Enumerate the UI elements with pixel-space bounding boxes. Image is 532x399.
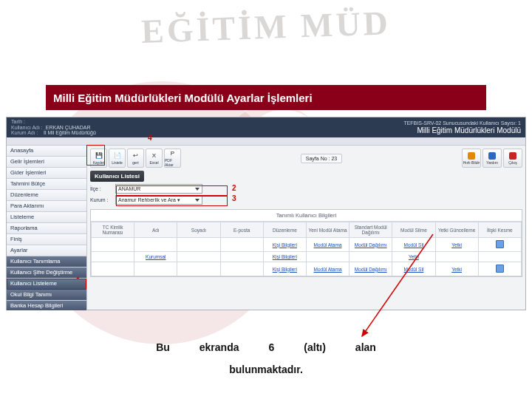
grid-link[interactable]: Kişi Bilgileri [273,242,297,248]
sidebar-item-3[interactable]: Tahmini Bütçe [7,179,86,190]
sidebar-item-13[interactable]: Okul Bilgi Tanımı [7,290,86,301]
grid-link[interactable]: Yetki [409,254,419,259]
help-btn[interactable]: Yardım [482,149,502,168]
header-left-info: Tarih : Kullanıcı Adı :ERKAN ÇUHADAR Kur… [11,119,96,136]
grid-cell [92,262,134,276]
sidebar-item-10[interactable]: Kullanıcı Tanımlama [7,256,86,267]
help-btn-label: Yardım [486,160,498,165]
main-area: 💾Kaydet📄Listele↩geriXExcelPPDF Aktar Say… [87,146,525,310]
grid-link[interactable]: Modül Sil [404,242,424,248]
grid-cell: Modül Dağılımı [349,238,392,252]
grid-cell [220,238,263,252]
sidebar-item-8[interactable]: Finiş [7,234,86,245]
grid-link[interactable]: Modül Dağılımı [355,267,387,272]
sidebar-item-0[interactable]: Anasayfa [7,146,86,157]
grid-cell [92,238,134,252]
sidebar-item-11[interactable]: Kullanıcı Şifre Değiştirme [7,267,86,279]
user-label: Kullanıcı Adı : [11,125,43,131]
grid-link[interactable]: Modül Atama [314,267,342,272]
grid-col-header: Yetki Güncelleme [435,222,478,238]
toolbar-right: Hızlı BildirYardımÇıkış [462,149,522,168]
grid-cell: Modül Sil [392,262,435,276]
list-icon: 📄 [114,152,121,160]
grid-cell [220,252,263,262]
grid-col-header: Adı [134,222,177,238]
sidebar-item-14[interactable]: Banka Hesap Bilgileri [7,301,86,310]
table-row: Kişi BilgileriModül AtamaModül DağılımıM… [92,238,522,252]
caption-w3: 6 [269,341,275,353]
grid-col-header: Yeni Modül Atama [306,222,349,238]
page-title: Milli Eğitim Müdürlükleri Modülü Ayarlar… [46,85,486,110]
grid-cell: Kişi Bilgileri [263,262,306,276]
grid-link[interactable]: Modül Dağılımı [355,242,387,248]
unlink-icon[interactable] [496,240,504,248]
grid-col-header: İlişki Kesme [478,222,521,238]
excel-button[interactable]: XExcel [146,149,163,168]
org-label: Kurum Adı : [11,130,41,136]
help-btn-icon [488,152,496,160]
back-button[interactable]: ↩geri [127,149,144,168]
grid-link[interactable]: Modül Atama [314,242,342,248]
grid-cell [306,252,349,262]
list-label: Listele [112,160,122,165]
sidebar-item-1[interactable]: Gelir İşlemleri [7,157,86,168]
filter-row-ilce: İlçe : ANAMUR [90,184,522,194]
sidebar-item-2[interactable]: Gider İşlemleri [7,168,86,179]
sidebar-item-6[interactable]: Listeleme [7,212,86,223]
save-button[interactable]: 💾Kaydet [90,149,107,168]
grid-col-header: Düzenleme [263,222,306,238]
filters: İlçe : ANAMUR Kurum : Anamur Rehberlik v… [90,184,522,205]
grid-link[interactable]: Kurumsal [146,254,166,259]
grid-cell [134,262,177,276]
grid-link[interactable]: Yetki [451,242,462,248]
header-underbar [7,137,525,146]
page-title-text: Milli Eğitim Müdürlükleri Modülü Ayarlar… [53,92,313,104]
sidebar-item-5[interactable]: Para Aktarımı [7,201,86,212]
report-btn-label: Hızlı Bildir [463,160,480,165]
caption-w1: Bu [156,341,170,353]
panel-title: Kullanıcı Listesi [90,171,144,182]
ilce-value: ANAMUR [118,186,140,191]
grid-col-header: Modül Silme [392,222,435,238]
grid-cell: Modül Dağılımı [349,262,392,276]
grid-cell [92,252,134,262]
grid-cell [177,238,220,252]
floppy-icon: 💾 [95,152,103,160]
grid-link[interactable]: Kişi Bilgileri [273,267,297,272]
grid-cell: Kişi Bilgileri [263,238,306,252]
unlink-icon[interactable] [496,265,504,273]
ilce-select[interactable]: ANAMUR [115,184,202,194]
grid-link[interactable]: Kişi Bilgileri [273,254,297,259]
grid-cell: Kurumsal [134,252,177,262]
pdf-icon: P [169,150,177,157]
close-btn[interactable]: Çıkış [503,149,522,168]
grid-link[interactable]: Yetki [451,267,462,272]
xls-icon: X [151,152,158,160]
grid-cell [220,262,263,276]
sidebar-item-9[interactable]: Ayarlar [7,245,86,256]
grid-header-row: TC Kimlik NumarasıAdıSoyadıE-postaDüzenl… [92,222,522,238]
grid-cell [435,252,478,262]
grid-cell: Modül Sil [392,238,435,252]
grid-col-header: Soyadı [177,222,220,238]
app-name: Milli Eğitim Müdürlükleri Modülü [403,126,521,134]
pdf-label: PDF Aktar [165,158,180,167]
kurum-select[interactable]: Anamur Rehberlik ve Ara ▾ [115,195,202,205]
kurum-value: Anamur Rehberlik ve Ara ▾ [118,197,180,203]
grid-panel: Tanımlı Kullanıcı Bilgileri TC Kimlik Nu… [90,209,522,277]
pdf-button[interactable]: PPDF Aktar [164,149,181,168]
grid-cell [349,252,392,262]
org-value: İl Mil Eğitim Müdürlüğü [44,130,96,136]
sidebar-item-12[interactable]: Kullanıcı Listeleme [7,279,86,290]
sidebar-item-7[interactable]: Raporlama [7,223,86,234]
toolbar: 💾Kaydet📄Listele↩geriXExcelPPDF Aktar Say… [90,149,522,168]
grid-col-header: Standart Modül Dağılımı [349,222,392,238]
chevron-down-icon [195,199,200,202]
report-btn[interactable]: Hızlı Bildir [462,149,481,168]
excel-label: Excel [149,160,158,165]
page-number-chip: Sayfa No : 23 [301,154,342,163]
header-right-info: TEFBIS-SRV-02 Sunucusundaki Kullanıcı Sa… [403,120,521,134]
sidebar-item-4[interactable]: Düzenleme [7,190,86,201]
grid-link[interactable]: Modül Sil [404,267,424,272]
list-button[interactable]: 📄Listele [109,149,126,168]
